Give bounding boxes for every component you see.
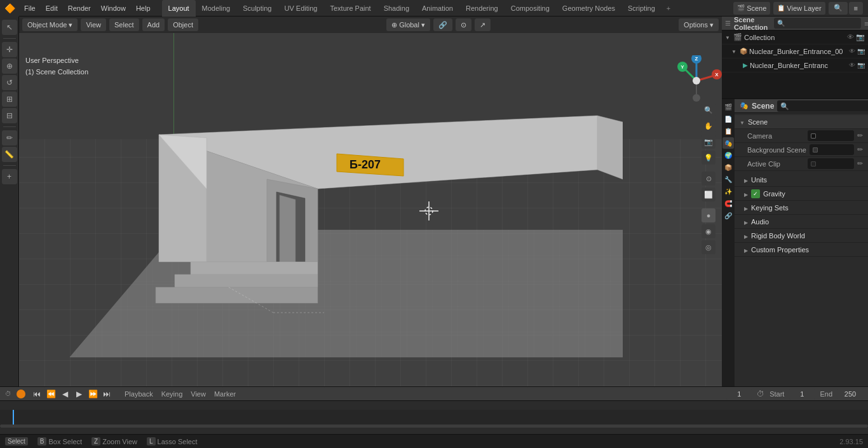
scene-props-icon[interactable]: 🎭 xyxy=(722,137,734,149)
move-tool-btn[interactable]: ⊕ xyxy=(2,58,17,74)
object-menu[interactable]: Object xyxy=(168,18,198,31)
menu-edit[interactable]: Edit xyxy=(41,0,63,17)
start-frame-input[interactable] xyxy=(789,388,815,400)
tab-modeling[interactable]: Modeling xyxy=(196,0,237,17)
physics-props-icon[interactable]: 🧲 xyxy=(722,198,734,209)
jump-forward-btn[interactable]: ⏩ xyxy=(86,388,99,400)
bunker-render-icon[interactable]: 📷 xyxy=(857,48,865,55)
tab-texture-paint[interactable]: Texture Paint xyxy=(323,0,377,17)
falloff-btn[interactable]: ↗ xyxy=(475,18,491,31)
tab-animation[interactable]: Animation xyxy=(416,0,459,17)
output-props-icon[interactable]: 📄 xyxy=(722,113,734,125)
keying-sets-section-header[interactable]: Keying Sets xyxy=(735,201,868,215)
mode-selector[interactable]: Object Mode▾ xyxy=(22,18,78,31)
shading-btn[interactable]: 💡 xyxy=(702,151,715,165)
scale-tool-btn[interactable]: ⊞ xyxy=(2,92,17,107)
overlay-btn[interactable]: ⊙ xyxy=(702,172,715,186)
select-menu[interactable]: Select xyxy=(109,18,139,31)
tab-layout[interactable]: Layout xyxy=(162,0,196,17)
bunker-collection-item[interactable]: 📦 Nuclear_Bunker_Entrance_00 👁 📷 xyxy=(722,44,868,58)
rotate-tool-btn[interactable]: ↺ xyxy=(2,75,17,90)
bunker-visibility-icon[interactable]: 👁 xyxy=(849,48,855,55)
end-frame-input[interactable] xyxy=(837,388,863,400)
active-clip-field[interactable] xyxy=(808,158,854,169)
camera-edit-icon[interactable]: ✏ xyxy=(857,132,863,140)
menu-window[interactable]: Window xyxy=(96,0,131,17)
add-workspace-button[interactable]: + xyxy=(661,4,675,12)
cursor-tool-btn[interactable]: ✛ xyxy=(2,42,17,57)
pan-icon-btn[interactable]: ✋ xyxy=(702,119,715,133)
outliner-search-input[interactable] xyxy=(774,18,861,29)
navigation-gizmo[interactable]: X Y Z xyxy=(671,55,715,100)
active-clip-edit-icon[interactable]: ✏ xyxy=(857,160,863,168)
timeline-scrollbar-thumb[interactable] xyxy=(0,424,868,428)
gravity-checkbox[interactable]: ✓ xyxy=(751,189,760,198)
annotate-btn[interactable]: ✏ xyxy=(2,130,17,146)
select-tool-btn[interactable]: ↖ xyxy=(2,20,17,35)
constraints-props-icon[interactable]: 🔗 xyxy=(722,210,734,221)
view-layer-selector[interactable]: 📋 View Layer xyxy=(773,2,825,15)
properties-search-input[interactable] xyxy=(777,100,868,112)
current-frame-input[interactable]: 1 xyxy=(726,388,752,400)
timeline-menu-keying[interactable]: Keying xyxy=(161,390,183,398)
menu-file[interactable]: File xyxy=(19,0,41,17)
modifier-props-icon[interactable]: 🔧 xyxy=(722,173,734,185)
world-props-icon[interactable]: 🌍 xyxy=(722,149,734,161)
add-menu[interactable]: Add xyxy=(142,18,165,31)
camera-color-swatch[interactable] xyxy=(811,133,816,139)
transform-tool-btn[interactable]: ⊟ xyxy=(2,108,17,123)
zoom-icon-btn[interactable]: 🔍 xyxy=(702,103,715,117)
gravity-section-header[interactable]: ✓ Gravity xyxy=(735,187,868,201)
proportional-btn[interactable]: ⊙ xyxy=(456,18,471,31)
material-btn[interactable]: ◉ xyxy=(702,224,715,238)
view-menu[interactable]: View xyxy=(81,18,106,31)
transform-global-btn[interactable]: ⊕Global▾ xyxy=(386,18,430,31)
keyframe-record-btn[interactable] xyxy=(17,390,25,398)
tab-shading[interactable]: Shading xyxy=(377,0,416,17)
rigid-body-world-section-header[interactable]: Rigid Body World xyxy=(735,229,868,243)
render-props-icon[interactable]: 🎬 xyxy=(722,101,734,112)
scene-section-header[interactable]: Scene xyxy=(735,115,868,129)
tab-compositing[interactable]: Compositing xyxy=(505,0,556,17)
background-scene-field[interactable] xyxy=(810,144,854,155)
visibility-icon[interactable]: 👁 xyxy=(847,33,854,41)
units-section-header[interactable]: Units xyxy=(735,173,868,187)
render-icon[interactable]: 📷 xyxy=(856,33,865,41)
menu-help[interactable]: Help xyxy=(131,0,156,17)
timeline-menu-playback[interactable]: Playback xyxy=(125,390,153,398)
scene-collection-item[interactable]: 🎬 Collection 👁 📷 xyxy=(722,31,868,44)
timeline-track[interactable] xyxy=(0,410,868,428)
viewport-canvas[interactable]: Б-207 User Perspective (1) Scene Col xyxy=(19,33,722,386)
active-clip-swatch[interactable] xyxy=(811,161,816,166)
search-btn[interactable]: 🔍 xyxy=(829,2,848,15)
viewport-area[interactable]: Object Mode▾ View Select Add Object ⊕Glo… xyxy=(19,17,722,386)
scene-collection-expand[interactable] xyxy=(725,34,731,41)
options-button[interactable]: Options▾ xyxy=(679,18,719,31)
view-layer-props-icon[interactable]: 📋 xyxy=(722,125,734,137)
scene-selector[interactable]: 🎬 Scene xyxy=(733,2,770,15)
add-btn[interactable]: + xyxy=(2,169,17,184)
tab-uv-editing[interactable]: UV Editing xyxy=(278,0,323,17)
xray-btn[interactable]: ⬜ xyxy=(702,187,715,201)
play-reverse-btn[interactable]: ◀ xyxy=(58,388,71,400)
audio-section-header[interactable]: Audio xyxy=(735,215,868,229)
measure-btn[interactable]: 📏 xyxy=(2,147,17,162)
solid-shading-btn[interactable]: ● xyxy=(702,208,715,222)
tab-rendering[interactable]: Rendering xyxy=(459,0,505,17)
bg-scene-swatch[interactable] xyxy=(813,147,818,153)
bunker-3d-object[interactable]: Б-207 xyxy=(51,46,623,363)
jump-back-btn[interactable]: ⏪ xyxy=(44,388,57,400)
outliner-filter-btn[interactable]: ≡ xyxy=(864,20,868,27)
camera-btn[interactable]: 📷 xyxy=(702,135,715,149)
play-btn[interactable]: ▶ xyxy=(72,388,85,400)
mesh-visibility-icon[interactable]: 👁 xyxy=(849,62,855,69)
mesh-render-icon[interactable]: 📷 xyxy=(857,62,865,69)
timeline-scrollbar[interactable] xyxy=(0,424,868,428)
filter-btn[interactable]: ≡ xyxy=(849,2,863,15)
jump-to-start-btn[interactable]: ⏮ xyxy=(31,388,43,400)
tab-sculpting[interactable]: Sculpting xyxy=(236,0,278,17)
tab-geometry-nodes[interactable]: Geometry Nodes xyxy=(556,0,621,17)
bunker-expand[interactable] xyxy=(731,48,738,55)
object-props-icon[interactable]: 📦 xyxy=(722,161,734,173)
camera-value-field[interactable] xyxy=(808,130,854,141)
